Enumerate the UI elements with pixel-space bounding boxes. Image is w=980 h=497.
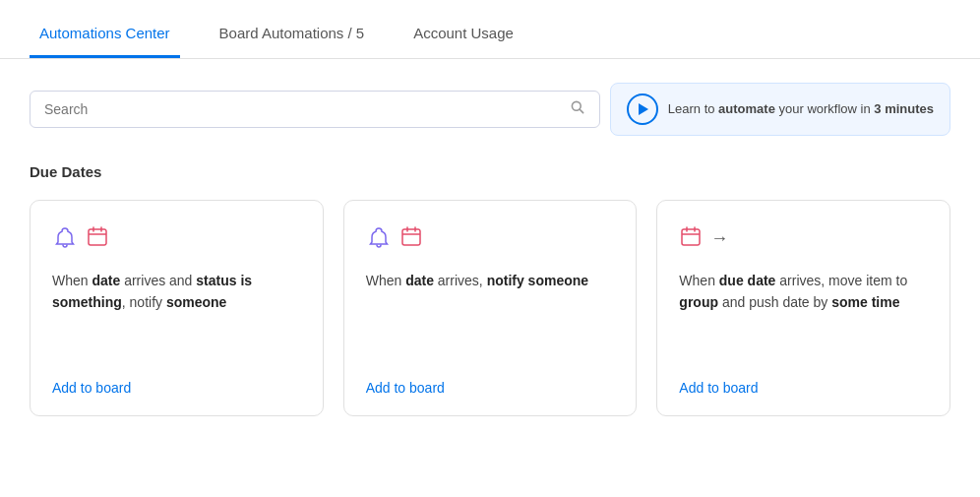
tab-account-usage[interactable]: Account Usage <box>403 25 523 58</box>
card-3-icons: → <box>679 224 928 252</box>
card-3-add-button[interactable]: Add to board <box>679 369 928 396</box>
tab-board-automations[interactable]: Board Automations / 5 <box>210 25 375 58</box>
card-2-text: When date arrives, notify someone <box>366 270 615 349</box>
card-1-text: When date arrives and status is somethin… <box>52 270 301 349</box>
video-text: Learn to automate your workflow in 3 min… <box>668 100 934 118</box>
svg-line-1 <box>580 109 583 113</box>
card-1-icons <box>52 224 301 252</box>
card-3-text: When due date arrives, move item to grou… <box>679 270 928 349</box>
arrow-right-icon: → <box>710 228 728 249</box>
tabs-bar: Automations Center Board Automations / 5… <box>0 0 980 59</box>
section-title: Due Dates <box>30 163 950 180</box>
svg-rect-2 <box>89 229 106 245</box>
play-icon <box>639 103 648 115</box>
main-content: Learn to automate your workflow in 3 min… <box>0 59 980 440</box>
search-box[interactable] <box>30 91 600 128</box>
calendar-icon-3 <box>679 224 703 252</box>
tab-automations-center[interactable]: Automations Center <box>30 25 180 58</box>
card-1[interactable]: When date arrives and status is somethin… <box>30 200 324 416</box>
svg-rect-6 <box>402 229 420 245</box>
search-row: Learn to automate your workflow in 3 min… <box>30 83 950 136</box>
calendar-icon <box>86 224 109 252</box>
calendar-icon-2 <box>399 224 423 252</box>
search-input[interactable] <box>44 101 570 117</box>
bell-icon-2 <box>366 225 392 251</box>
search-icon <box>570 99 585 119</box>
card-2-add-button[interactable]: Add to board <box>366 369 615 396</box>
cards-grid: When date arrives and status is somethin… <box>30 200 950 416</box>
card-1-add-button[interactable]: Add to board <box>52 369 301 396</box>
card-3[interactable]: → When due date arrives, move item to gr… <box>656 200 950 416</box>
play-button[interactable] <box>627 93 658 125</box>
svg-rect-10 <box>682 229 700 245</box>
video-banner[interactable]: Learn to automate your workflow in 3 min… <box>610 83 950 136</box>
card-2[interactable]: When date arrives, notify someone Add to… <box>343 200 638 416</box>
bell-icon <box>52 225 78 251</box>
card-2-icons <box>366 224 615 252</box>
